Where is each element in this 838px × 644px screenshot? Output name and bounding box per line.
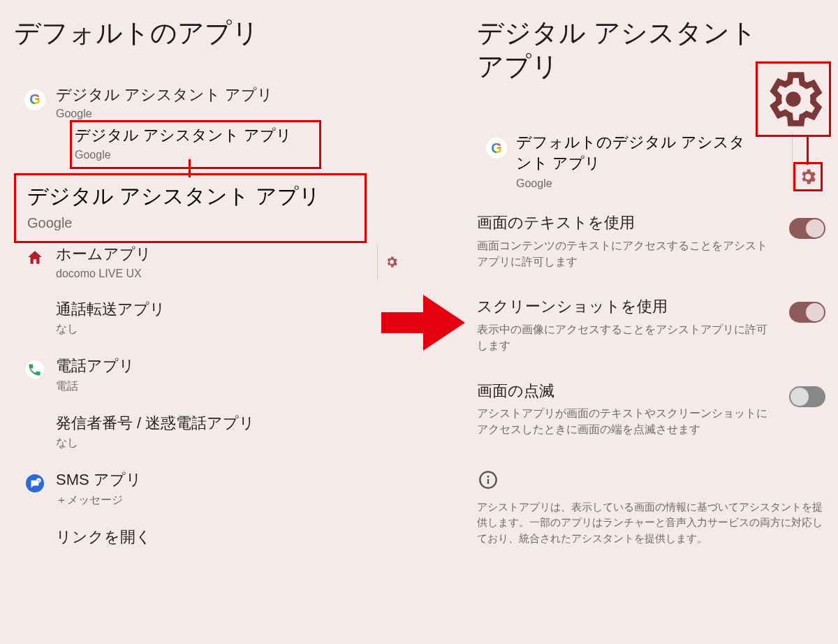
item-sub: docomo LIVE UX: [56, 268, 377, 280]
toggle-switch[interactable]: [789, 218, 825, 239]
default-apps-screen: デフォルトのアプリ G デジタル アシスタント アプリ Google デジタル …: [0, 0, 412, 644]
item-label: ホームアプリ: [56, 244, 377, 265]
highlight-sub: Google: [75, 149, 316, 161]
list-item-sms[interactable]: + SMS アプリ ＋メッセージ: [14, 463, 405, 520]
item-label: 通話転送アプリ: [56, 300, 405, 320]
settings-gear-button[interactable]: [377, 244, 405, 280]
toggle-label: 画面のテキストを使用: [477, 212, 777, 233]
list-item-call-forward[interactable]: 通話転送アプリ なし: [14, 293, 405, 350]
item-label: リンクを開く: [56, 527, 405, 548]
svg-point-4: [786, 92, 800, 106]
highlight-gear-small: [793, 162, 823, 191]
toggle-row-screenshot[interactable]: スクリーンショットを使用 表示中の画像にアクセスすることをアシストアプリに許可し…: [477, 289, 825, 373]
toggle-sub: アシストアプリが画面のテキストやスクリーンショットにアクセスしたときに画面の端を…: [477, 405, 777, 437]
phone-icon: [14, 356, 56, 379]
toggle-label: 画面の点滅: [477, 381, 777, 402]
item-sub: ＋メッセージ: [56, 493, 405, 508]
item-label: 電話アプリ: [56, 356, 405, 376]
highlight-big-label: デジタル アシスタント アプリ: [27, 182, 358, 211]
item-label: デフォルトのデジタル アシスタント アプリ: [516, 132, 750, 173]
item-sub: なし: [56, 322, 405, 337]
svg-point-0: [26, 360, 44, 379]
blank-icon: [14, 414, 56, 418]
toggle-switch[interactable]: [789, 302, 825, 323]
page-title: デフォルトのアプリ: [14, 17, 405, 50]
highlight-box-small: デジタル アシスタント アプリ Google: [70, 120, 321, 169]
item-sub: Google: [516, 177, 750, 190]
svg-text:+: +: [38, 478, 40, 483]
sms-icon: +: [14, 470, 56, 492]
google-icon: G: [477, 132, 516, 159]
svg-rect-7: [487, 478, 489, 483]
toggle-switch[interactable]: [789, 386, 825, 407]
list-item-open-links[interactable]: リンクを開く: [14, 520, 405, 560]
highlight-big-sub: Google: [27, 215, 358, 231]
toggle-row-flash[interactable]: 画面の点滅 アシストアプリが画面のテキストやスクリーンショットにアクセスしたとき…: [477, 374, 825, 458]
toggle-label: スクリーンショットを使用: [477, 296, 777, 317]
blank-icon: [14, 300, 56, 304]
google-icon: G: [14, 85, 56, 110]
toggle-row-screen-text[interactable]: 画面のテキストを使用 画面コンテンツのテキストにアクセスすることをアシストアプリ…: [477, 205, 825, 289]
list-item-home[interactable]: ホームアプリ docomo LIVE UX: [14, 237, 405, 293]
toggle-sub: 表示中の画像にアクセスすることをアシストアプリに許可します: [477, 321, 777, 353]
info-icon: [478, 470, 498, 490]
digital-assistant-screen: デジタル アシスタント アプリ G デフォルトのデジタル アシスタント アプリ …: [464, 0, 838, 644]
item-sub: Google: [56, 108, 405, 120]
blank-icon: [14, 527, 56, 532]
list-item-default-assistant[interactable]: G デフォルトのデジタル アシスタント アプリ Google: [477, 132, 825, 205]
arrow-right-icon: [381, 288, 465, 358]
item-label: 発信者番号 / 迷惑電話アプリ: [56, 414, 405, 434]
item-sub: 電話: [56, 379, 405, 394]
home-icon: [14, 244, 56, 267]
item-label: SMS アプリ: [56, 470, 405, 490]
list-item-phone[interactable]: 電話アプリ 電話: [14, 349, 405, 407]
footer-note: アシストアプリは、表示している画面の情報に基づいてアシスタントを提供します。一部…: [477, 499, 825, 547]
item-sub: なし: [56, 436, 405, 451]
item-label: デジタル アシスタント アプリ: [56, 85, 405, 105]
toggle-sub: 画面コンテンツのテキストにアクセスすることをアシストアプリに許可します: [477, 237, 777, 270]
highlight-box-big: デジタル アシスタント アプリ Google: [14, 173, 367, 243]
svg-point-6: [487, 475, 489, 477]
highlight-label: デジタル アシスタント アプリ: [75, 125, 316, 146]
list-item-caller-id[interactable]: 発信者番号 / 迷惑電話アプリ なし: [14, 407, 405, 464]
highlight-gear-big: [756, 61, 831, 137]
highlight-gear-connector: [807, 137, 809, 165]
